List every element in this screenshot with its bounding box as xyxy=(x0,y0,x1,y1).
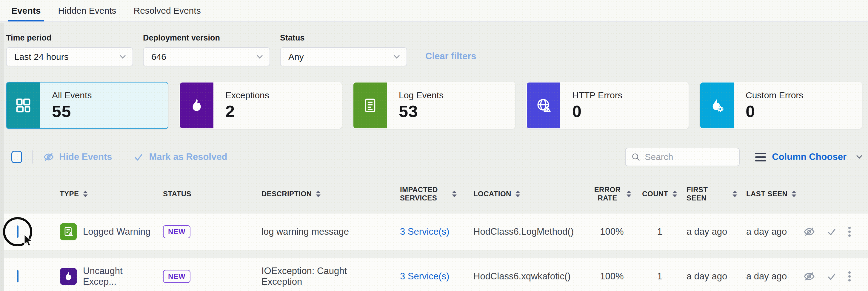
chevron-down-icon xyxy=(257,53,263,59)
event-location: HodClass6.LogMethod() xyxy=(466,226,582,237)
deployment-version-value: 646 xyxy=(151,52,166,62)
tab-events[interactable]: Events xyxy=(11,0,40,22)
time-period-filter: Time period Last 24 hours xyxy=(6,33,133,66)
select-all-checkbox[interactable] xyxy=(11,151,22,163)
tab-resolved-events[interactable]: Resolved Events xyxy=(134,0,201,22)
event-description: IOException: Caught Exception xyxy=(254,266,385,287)
hide-events-button[interactable]: Hide Events xyxy=(43,152,112,162)
column-header-description[interactable]: DESCRIPTION xyxy=(254,190,385,198)
left-scrollbar[interactable] xyxy=(0,23,4,291)
sort-icon[interactable] xyxy=(733,191,737,197)
column-label: STATUS xyxy=(163,190,191,198)
impacted-services-link[interactable]: 3 Service(s) xyxy=(400,271,449,282)
card-custom-errors[interactable]: Custom Errors 0 xyxy=(700,82,862,129)
column-header-count[interactable]: COUNT xyxy=(642,190,678,198)
row-checkbox[interactable] xyxy=(17,225,19,238)
column-header-type[interactable]: TYPE xyxy=(45,190,155,198)
status-label: Status xyxy=(280,33,407,43)
table-row[interactable]: Uncaught Excep... NEW IOException: Caugh… xyxy=(0,258,868,291)
sort-icon[interactable] xyxy=(673,191,677,197)
card-label: All Events xyxy=(52,90,168,100)
sort-icon[interactable] xyxy=(316,191,320,197)
card-count: 0 xyxy=(746,102,862,121)
impacted-services-link[interactable]: 3 Service(s) xyxy=(400,226,449,237)
first-seen-value: a day ago xyxy=(678,226,737,237)
card-label: Exceptions xyxy=(225,90,341,100)
last-seen-value: a day ago xyxy=(737,271,797,282)
search-box xyxy=(625,148,740,166)
card-count: 2 xyxy=(225,102,341,121)
hide-row-eye-slash-icon[interactable] xyxy=(802,271,816,282)
flame-gear-icon xyxy=(700,82,734,129)
sort-icon[interactable] xyxy=(83,191,88,197)
table-toolbar: Hide Events Mark as Resolved Column Choo… xyxy=(0,147,868,167)
card-count: 0 xyxy=(572,102,688,121)
column-header-location[interactable]: LOCATION xyxy=(466,190,582,198)
column-label: IMPACTED SERVICES xyxy=(400,186,448,202)
column-header-first-seen[interactable]: FIRST SEEN xyxy=(678,186,737,202)
mark-as-resolved-button[interactable]: Mark as Resolved xyxy=(133,152,227,162)
column-label: DESCRIPTION xyxy=(261,190,312,198)
column-header-impacted-services[interactable]: IMPACTED SERVICES xyxy=(385,186,466,202)
row-menu-kebab-icon[interactable] xyxy=(847,270,852,283)
hide-row-eye-slash-icon[interactable] xyxy=(802,226,816,237)
time-period-label: Time period xyxy=(6,33,133,43)
eye-slash-icon xyxy=(43,152,54,162)
event-type-label: Logged Warning xyxy=(83,226,150,237)
table-header: TYPE STATUS DESCRIPTION IMPACTED SERVICE… xyxy=(0,177,868,211)
column-chooser-button[interactable]: Column Chooser xyxy=(755,152,862,162)
flame-icon xyxy=(180,82,213,129)
card-log-events[interactable]: Log Events 53 xyxy=(353,82,515,129)
mouse-cursor-icon xyxy=(22,233,35,247)
card-label: Log Events xyxy=(399,90,515,100)
search-icon xyxy=(631,152,641,162)
first-seen-value: a day ago xyxy=(678,271,737,282)
sort-icon[interactable] xyxy=(516,191,520,197)
column-label: ERROR RATE xyxy=(592,186,622,202)
check-icon xyxy=(133,152,144,162)
event-description: log warning message xyxy=(254,226,385,237)
row-menu-kebab-icon[interactable] xyxy=(847,225,852,238)
status-select[interactable]: Any xyxy=(280,47,407,66)
resolve-row-check-icon[interactable] xyxy=(826,271,837,282)
tab-hidden-events[interactable]: Hidden Events xyxy=(58,0,116,22)
search-input[interactable] xyxy=(645,152,734,162)
column-label: LOCATION xyxy=(473,190,511,198)
column-header-status[interactable]: STATUS xyxy=(155,190,254,198)
column-chooser-label: Column Chooser xyxy=(772,152,846,162)
log-document-icon xyxy=(353,82,387,129)
error-rate-value: 100% xyxy=(582,271,642,282)
dashboard-grid-icon xyxy=(6,82,40,129)
card-label: Custom Errors xyxy=(746,90,862,100)
card-count: 55 xyxy=(52,102,168,121)
globe-warning-icon xyxy=(527,82,560,129)
card-all-events[interactable]: All Events 55 xyxy=(6,82,168,129)
card-exceptions[interactable]: Exceptions 2 xyxy=(179,82,342,129)
row-checkbox[interactable] xyxy=(17,270,19,282)
time-period-select[interactable]: Last 24 hours xyxy=(6,47,133,66)
column-label: COUNT xyxy=(642,190,668,198)
hide-events-label: Hide Events xyxy=(59,152,112,162)
column-header-last-seen[interactable]: LAST SEEN xyxy=(737,190,797,198)
log-warning-icon xyxy=(60,223,77,240)
toolbar-divider xyxy=(32,150,33,163)
status-badge: NEW xyxy=(163,270,190,283)
card-label: HTTP Errors xyxy=(572,90,688,100)
status-badge: NEW xyxy=(163,225,190,238)
status-filter: Status Any xyxy=(280,33,407,66)
clear-filters-button[interactable]: Clear filters xyxy=(425,51,476,62)
card-http-errors[interactable]: HTTP Errors 0 xyxy=(526,82,689,129)
sort-icon[interactable] xyxy=(792,191,796,197)
sort-icon[interactable] xyxy=(626,191,631,197)
last-seen-value: a day ago xyxy=(737,226,797,237)
event-type-label: Uncaught Excep... xyxy=(83,266,155,287)
sort-icon[interactable] xyxy=(452,191,457,197)
column-header-error-rate[interactable]: ERROR RATE xyxy=(582,186,642,202)
card-count: 53 xyxy=(399,102,515,121)
deployment-version-select[interactable]: 646 xyxy=(143,47,270,66)
chevron-down-icon xyxy=(120,53,126,59)
filters-bar: Time period Last 24 hours Deployment ver… xyxy=(0,22,868,66)
deployment-version-filter: Deployment version 646 xyxy=(143,33,270,66)
table-row[interactable]: Logged Warning NEW log warning message 3… xyxy=(0,214,868,250)
resolve-row-check-icon[interactable] xyxy=(826,227,837,237)
